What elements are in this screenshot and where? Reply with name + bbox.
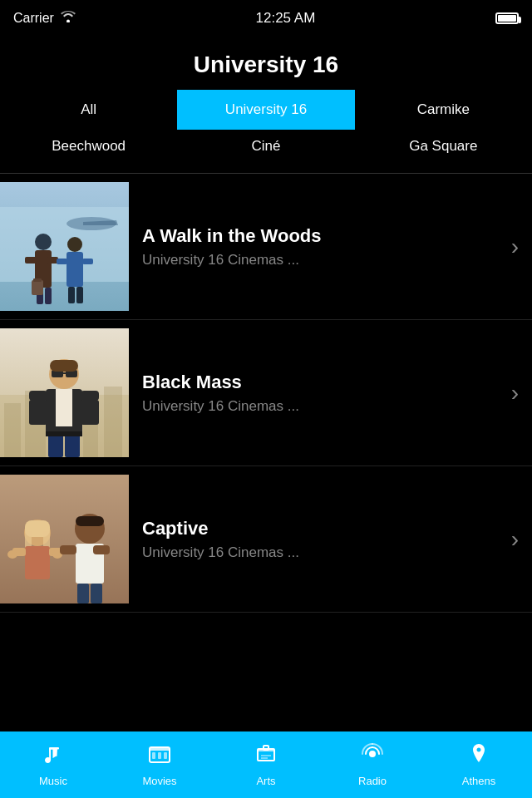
tab-athens[interactable]: Athens — [426, 732, 532, 798]
svg-rect-30 — [56, 389, 72, 426]
tab-movies-label: Movies — [142, 775, 176, 787]
svg-rect-20 — [4, 403, 21, 457]
tab-radio-label: Radio — [358, 775, 387, 787]
movie-poster-walk — [0, 182, 129, 311]
chevron-right-icon-2: › — [511, 380, 532, 406]
tab-arts[interactable]: Arts — [213, 732, 319, 798]
svg-rect-55 — [91, 584, 102, 603]
svg-rect-9 — [45, 288, 52, 304]
svg-rect-28 — [50, 360, 78, 372]
svg-rect-39 — [0, 475, 129, 603]
arts-icon — [254, 742, 278, 771]
tab-music-label: Music — [39, 775, 67, 787]
svg-rect-64 — [264, 746, 268, 750]
svg-rect-59 — [152, 752, 155, 759]
movie-poster-blackmass — [0, 328, 129, 457]
movie-item-walk[interactable]: A Walk in the Woods University 16 Cinema… — [0, 174, 532, 320]
svg-rect-32 — [81, 391, 99, 401]
movie-title-blackmass: Black Mass — [142, 372, 498, 393]
svg-rect-52 — [60, 545, 76, 554]
svg-rect-16 — [32, 280, 43, 295]
status-time: 12:25 AM — [256, 10, 316, 27]
carrier-label: Carrier — [13, 11, 54, 26]
movie-info-captive: Captive University 16 Cinemas ... — [129, 510, 511, 569]
movie-list: A Walk in the Woods University 16 Cinema… — [0, 174, 532, 736]
svg-rect-58 — [150, 747, 170, 751]
svg-rect-11 — [66, 252, 83, 287]
wifi-icon — [61, 11, 76, 26]
svg-rect-56 — [49, 747, 59, 750]
svg-rect-6 — [25, 257, 37, 264]
page-title: University 16 — [0, 37, 532, 90]
radio-icon — [361, 742, 384, 771]
svg-rect-35 — [48, 435, 63, 457]
chevron-right-icon: › — [511, 234, 532, 260]
filter-row-2: Beechwood Ciné Ga Square — [0, 130, 532, 174]
svg-rect-13 — [82, 259, 93, 264]
tab-music[interactable]: Music — [0, 732, 106, 798]
filter-row-1: All University 16 Carmike — [0, 90, 532, 130]
music-icon — [42, 742, 65, 771]
movie-poster-captive — [0, 475, 129, 603]
svg-point-4 — [35, 234, 52, 250]
svg-rect-23 — [104, 387, 122, 457]
svg-rect-50 — [76, 516, 104, 526]
svg-rect-1 — [0, 207, 129, 282]
filter-tab-beechwood[interactable]: Beechwood — [0, 130, 177, 163]
status-right — [495, 12, 519, 24]
svg-rect-12 — [57, 259, 67, 264]
svg-rect-31 — [29, 391, 47, 401]
svg-rect-36 — [65, 435, 80, 457]
tab-arts-label: Arts — [256, 775, 275, 787]
battery-icon — [495, 12, 519, 24]
svg-rect-44 — [25, 546, 50, 579]
movie-subtitle-walk: University 16 Cinemas ... — [142, 252, 498, 268]
svg-rect-15 — [76, 287, 83, 303]
svg-rect-33 — [29, 400, 47, 425]
status-left: Carrier — [13, 11, 76, 26]
movie-info-walk: A Walk in the Woods University 16 Cinema… — [129, 217, 511, 277]
location-icon — [467, 742, 490, 771]
svg-point-10 — [67, 237, 82, 252]
movie-title-walk: A Walk in the Woods — [142, 225, 498, 247]
svg-rect-7 — [47, 257, 58, 264]
filter-tab-gasquare[interactable]: Ga Square — [355, 130, 532, 163]
svg-rect-14 — [68, 287, 75, 303]
filter-tab-cine[interactable]: Ciné — [177, 130, 354, 163]
status-bar: Carrier 12:25 AM — [0, 0, 532, 37]
filter-tab-university16[interactable]: University 16 — [177, 90, 354, 130]
tab-athens-label: Athens — [462, 775, 495, 787]
svg-rect-34 — [81, 400, 99, 425]
movie-subtitle-blackmass: University 16 Cinemas ... — [142, 398, 498, 415]
svg-rect-17 — [33, 278, 42, 282]
chevron-right-icon-3: › — [511, 526, 532, 553]
filter-tab-carmike[interactable]: Carmike — [355, 90, 532, 130]
tab-bar: Music Movies Arts — [0, 732, 532, 798]
movie-title-captive: Captive — [142, 518, 498, 539]
svg-rect-54 — [77, 584, 89, 603]
svg-rect-60 — [158, 752, 161, 759]
svg-point-67 — [369, 751, 376, 757]
movie-info-blackmass: Black Mass University 16 Cinemas ... — [129, 363, 511, 423]
tab-movies[interactable]: Movies — [106, 732, 213, 798]
svg-rect-53 — [93, 545, 110, 554]
movie-item-blackmass[interactable]: Black Mass University 16 Cinemas ... › — [0, 320, 532, 466]
svg-rect-61 — [164, 752, 167, 759]
filter-tab-all[interactable]: All — [0, 90, 177, 130]
movie-subtitle-captive: University 16 Cinemas ... — [142, 544, 498, 561]
movie-item-captive[interactable]: Captive University 16 Cinemas ... › — [0, 466, 532, 613]
movies-icon — [148, 742, 171, 771]
svg-rect-37 — [46, 431, 82, 436]
svg-point-47 — [7, 550, 17, 559]
tab-radio[interactable]: Radio — [319, 732, 426, 798]
